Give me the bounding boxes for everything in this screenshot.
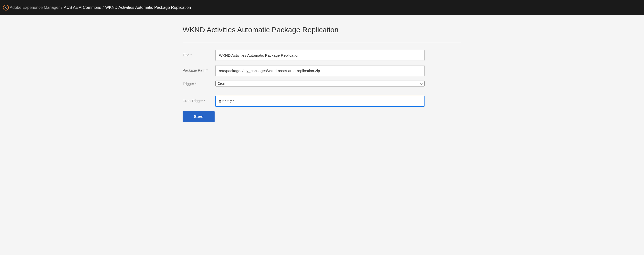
molecule-icon — [4, 6, 8, 9]
package-path-input[interactable] — [215, 65, 424, 76]
package-path-label: Package Path * — [182, 65, 215, 72]
page-title: WKND Activities Automatic Package Replic… — [182, 26, 462, 34]
cron-trigger-input[interactable] — [215, 96, 424, 107]
breadcrumb-item-commons[interactable]: ACS AEM Commons — [64, 5, 101, 10]
divider — [182, 43, 462, 43]
form-row-trigger: Trigger * Cron — [182, 81, 462, 87]
breadcrumb-item-current: WKND Activities Automatic Package Replic… — [105, 5, 191, 10]
breadcrumb-separator: / — [102, 5, 104, 10]
breadcrumb-separator: / — [61, 5, 62, 10]
form-row-title: Title * — [182, 50, 462, 61]
form-row-cron-trigger: Cron Trigger * — [182, 96, 462, 107]
title-input[interactable] — [215, 50, 424, 61]
cron-trigger-label: Cron Trigger * — [182, 96, 215, 103]
aem-logo-icon[interactable] — [3, 5, 9, 11]
breadcrumb: Adobe Experience Manager / ACS AEM Commo… — [10, 5, 191, 10]
save-button[interactable]: Save — [182, 111, 214, 122]
trigger-select[interactable]: Cron — [215, 81, 424, 87]
main-content: WKND Activities Automatic Package Replic… — [182, 15, 462, 122]
form-row-package-path: Package Path * — [182, 65, 462, 76]
title-label: Title * — [182, 50, 215, 57]
trigger-label: Trigger * — [182, 81, 215, 86]
breadcrumb-item-root[interactable]: Adobe Experience Manager — [10, 5, 60, 10]
header-bar: Adobe Experience Manager / ACS AEM Commo… — [0, 0, 644, 15]
